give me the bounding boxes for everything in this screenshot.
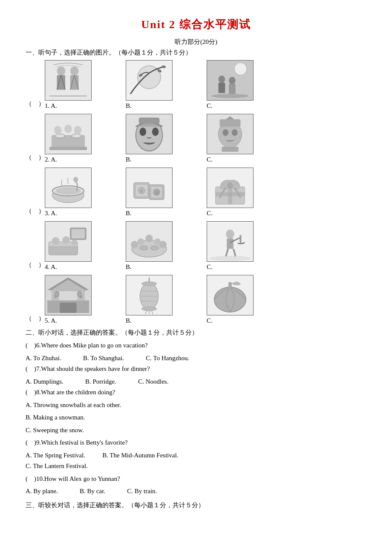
svg-rect-2 [57, 75, 66, 90]
svg-point-85 [226, 230, 234, 239]
q5-blank: （ ） [26, 315, 45, 322]
svg-point-35 [152, 127, 159, 136]
q3-img-c: C. [207, 168, 254, 217]
question-2-row: （ ） [26, 114, 366, 163]
svg-point-34 [139, 127, 146, 136]
q2-img-c: C. [207, 114, 254, 163]
svg-rect-22 [229, 84, 236, 94]
q1-c-label: C. [207, 102, 213, 110]
svg-rect-6 [70, 75, 79, 90]
q4-a-label: 4. A. [45, 263, 57, 271]
svg-rect-20 [219, 83, 225, 93]
question-5-row: （ ） 宝 [26, 275, 366, 324]
q8-opt-c: C. Sweeping the snow. [26, 425, 366, 436]
q7-text: ( )7.What should the speakers have for d… [26, 364, 366, 375]
q3-b-label: B. [126, 210, 132, 217]
svg-rect-26 [49, 147, 87, 150]
svg-rect-36 [139, 118, 160, 124]
q5-img-b: B. [126, 275, 173, 324]
q8-opt-a: A. Throwing snowballs at each other. [26, 400, 366, 411]
svg-rect-0 [45, 61, 91, 100]
svg-rect-86 [227, 238, 233, 249]
svg-point-112 [141, 306, 156, 311]
svg-point-19 [219, 75, 225, 83]
q5-b-label: B. [126, 317, 132, 324]
svg-rect-115 [228, 282, 232, 289]
q2-img-a: 2. A. [45, 114, 92, 163]
q5-img-a: 宝 殿 5. A. [45, 275, 92, 324]
q7-options: A. Dumplings. B. Porridge. C. Noodles. [26, 376, 366, 387]
svg-rect-43 [222, 147, 238, 152]
q10-options: A. By plane. B. By car. C. By train. [26, 486, 366, 497]
svg-point-1 [57, 66, 66, 76]
svg-point-82 [154, 238, 161, 245]
q9-options: A. The Spring Festival. B. The Mid-Autum… [26, 450, 366, 461]
svg-point-79 [145, 234, 153, 242]
svg-point-73 [72, 240, 78, 246]
q8-opt-b: B. Making a snowman. [26, 412, 366, 423]
q2-c-label: C. [207, 156, 213, 163]
svg-point-42 [232, 129, 238, 136]
q1-img-a: 1. A. [45, 60, 92, 110]
q4-img-a: 4. A. [45, 221, 92, 271]
svg-point-111 [141, 282, 156, 286]
svg-point-76 [139, 246, 148, 250]
q10-text: ( )10.How will Alex go to Yunnan? [26, 474, 366, 485]
svg-point-84 [209, 256, 251, 261]
svg-point-29 [54, 126, 62, 134]
q1-b-label: B. [126, 102, 132, 110]
svg-point-49 [74, 177, 78, 182]
svg-point-30 [64, 124, 72, 133]
svg-point-31 [74, 126, 82, 134]
q1-a-label: 1. A. [45, 102, 57, 110]
question-4-row: （ ） [26, 221, 366, 271]
question-1-row: （ ） [26, 60, 366, 110]
svg-point-81 [138, 238, 144, 245]
svg-point-65 [228, 183, 233, 188]
q2-a-label: 2. A. [45, 156, 57, 163]
q3-img-a: 3. A. [45, 168, 92, 217]
svg-text:饼: 饼 [155, 191, 159, 195]
q4-img-b: B. [126, 221, 173, 271]
svg-point-23 [211, 94, 249, 98]
q5-a-label: 5. A. [45, 317, 57, 324]
svg-point-5 [70, 66, 79, 76]
q8-text: ( )8.What are the children doing? [26, 387, 366, 398]
svg-point-100 [55, 291, 59, 297]
q3-blank: （ ） [26, 208, 45, 214]
svg-point-28 [72, 134, 81, 138]
svg-point-114 [214, 287, 246, 312]
q3-img-b: 月 饼 B. [126, 168, 173, 217]
svg-point-101 [78, 291, 82, 297]
q9-text: ( )9.Which festival is Betty's favorite? [26, 437, 366, 448]
svg-point-72 [62, 236, 70, 244]
q4-blank: （ ） [26, 261, 45, 268]
svg-point-41 [222, 129, 228, 136]
q4-img-c: C. [207, 221, 254, 271]
q9-opt-c: C. The Lantern Festival. [26, 461, 366, 472]
q1-img-b: B. [126, 60, 173, 110]
svg-rect-39 [220, 119, 241, 127]
question-3-row: （ ） [26, 168, 366, 217]
part3-label: 三、听较长对话，选择正确的答案。（每小题１分，共计５分） [26, 501, 366, 509]
q3-a-label: 3. A. [45, 210, 57, 217]
listening-header: 听力部分(20分) [26, 38, 366, 46]
q6-options: A. To Zhuhai. B. To Shanghai. C. To Hang… [26, 353, 366, 364]
svg-point-27 [55, 134, 65, 138]
q2-blank: （ ） [26, 154, 45, 161]
q2-b-label: B. [126, 156, 132, 163]
svg-point-21 [229, 77, 236, 84]
svg-point-71 [52, 237, 60, 245]
svg-rect-68 [72, 229, 85, 239]
svg-text:月: 月 [140, 189, 143, 193]
svg-point-18 [234, 63, 247, 75]
q5-c-label: C. [207, 317, 213, 324]
q5-img-c: C. [207, 275, 254, 324]
q1-img-c: C. [207, 60, 254, 110]
q1-blank: （ ） [26, 100, 45, 107]
page-title: Unit 2 综合水平测试 [26, 17, 366, 32]
q6-text: ( )6.Where does Mike plan to go on vacat… [26, 340, 366, 351]
part1-label: 一、听句子，选择正确的图片。（每小题１分，共计５分） [26, 49, 366, 57]
svg-rect-88 [240, 235, 242, 243]
part2-label: 二、听小对话，选择正确的答案。（每小题１分，共计５分） [26, 329, 366, 337]
